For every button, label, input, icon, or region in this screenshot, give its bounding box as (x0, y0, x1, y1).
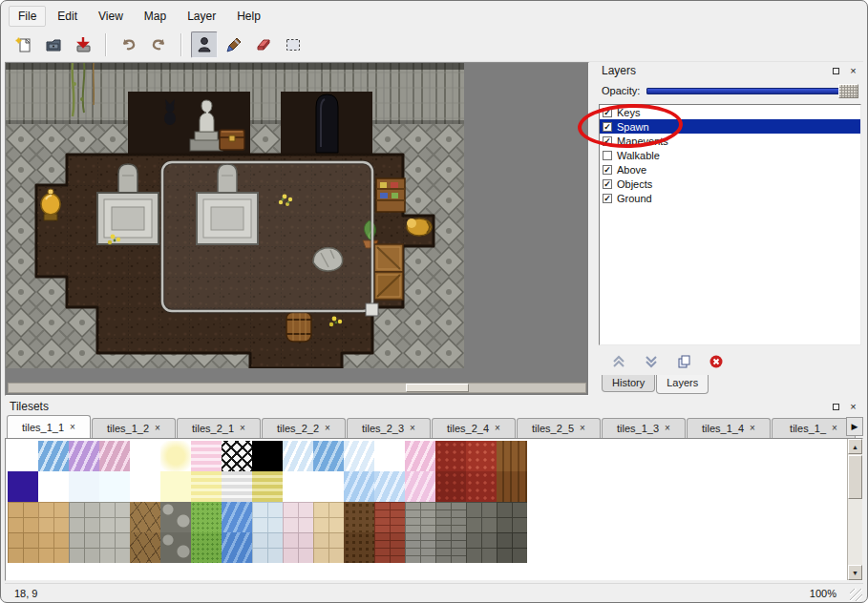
tileset-vertical-scrollbar[interactable]: ▲ ▼ (847, 439, 862, 580)
tileset-tile[interactable] (405, 532, 435, 563)
layer-row-keys[interactable]: ✓Keys (600, 105, 860, 119)
dock-tab-layers[interactable]: Layers (656, 375, 709, 394)
tileset-tile[interactable] (313, 441, 344, 471)
layer-visibility-checkbox[interactable] (603, 151, 612, 160)
float-dock-button[interactable] (829, 400, 843, 414)
layer-row-spawn[interactable]: ✓Spawn (600, 119, 860, 134)
menu-view[interactable]: View (89, 6, 133, 27)
undo-button[interactable] (116, 31, 142, 58)
tileset-tile[interactable] (497, 532, 527, 563)
opacity-slider[interactable] (646, 84, 858, 98)
new-file-button[interactable] (11, 31, 37, 58)
open-button[interactable] (40, 31, 67, 58)
tileset-tile[interactable] (160, 532, 191, 563)
layer-visibility-checkbox[interactable]: ✓ (603, 165, 612, 175)
tileset-tile[interactable] (405, 471, 435, 502)
close-tab-icon[interactable]: × (155, 424, 160, 433)
tileset-tile[interactable] (38, 441, 69, 471)
menu-layer[interactable]: Layer (178, 6, 225, 27)
tileset-tile[interactable] (283, 441, 313, 471)
tileset-tile[interactable] (222, 502, 252, 532)
tileset-tile[interactable] (344, 532, 374, 563)
layer-visibility-checkbox[interactable]: ✓ (603, 108, 612, 117)
close-dock-button[interactable]: × (846, 400, 860, 414)
close-tab-icon[interactable]: × (325, 424, 330, 433)
tileset-tab-tiles_1_4[interactable]: tiles_1_4× (687, 418, 771, 438)
tileset-tile[interactable] (466, 502, 497, 532)
layer-visibility-checkbox[interactable]: ✓ (603, 136, 612, 146)
tileset-tile[interactable] (160, 441, 191, 471)
tileset-tile[interactable] (8, 502, 38, 532)
tileset-tab-tiles_1_[interactable]: tiles_1_× (772, 418, 856, 438)
tileset-tile[interactable] (69, 441, 99, 471)
save-button[interactable] (70, 31, 96, 58)
tileset-tile[interactable] (69, 502, 99, 532)
lower-layer-button[interactable] (641, 352, 662, 371)
tileset-tile[interactable] (130, 532, 160, 563)
tileset-tile[interactable] (344, 502, 374, 532)
eraser-tool-button[interactable] (250, 31, 277, 58)
scroll-down-button[interactable]: ▼ (848, 565, 862, 580)
opacity-slider-handle[interactable] (838, 84, 858, 98)
tileset-tile[interactable] (38, 532, 69, 563)
tileset-tab-tiles_2_1[interactable]: tiles_2_1× (177, 418, 261, 438)
layer-visibility-checkbox[interactable]: ✓ (603, 194, 612, 203)
tileset-tab-tiles_2_3[interactable]: tiles_2_3× (347, 418, 431, 438)
tileset-tile[interactable] (466, 532, 497, 563)
tileset-tile[interactable] (283, 471, 313, 502)
layer-row-walkable[interactable]: Walkable (600, 148, 860, 162)
close-tab-icon[interactable]: × (70, 423, 75, 432)
tileset-tile[interactable] (130, 471, 160, 502)
layer-row-mapevents[interactable]: ✓Mapevents (600, 134, 860, 148)
tileset-tile[interactable] (191, 502, 222, 532)
scroll-tabs-right-button[interactable]: ▶ (846, 417, 863, 436)
tileset-tile[interactable] (222, 532, 252, 563)
tileset-tile[interactable] (374, 532, 405, 563)
tileset-tile[interactable] (191, 532, 222, 563)
tileset-tab-tiles_2_5[interactable]: tiles_2_5× (517, 418, 601, 438)
tileset-tile[interactable] (99, 532, 130, 563)
tileset-tile[interactable] (374, 471, 405, 502)
selection-resize-handle[interactable] (366, 303, 378, 316)
menu-help[interactable]: Help (227, 6, 270, 27)
tileset-tile[interactable] (191, 471, 222, 502)
tileset-tile[interactable] (69, 471, 99, 502)
tileset-tile[interactable] (222, 471, 252, 502)
close-tab-icon[interactable]: × (665, 424, 670, 433)
layer-row-objects[interactable]: ✓Objects (600, 177, 860, 191)
tileset-tile[interactable] (313, 532, 344, 563)
tileset-tile[interactable] (374, 441, 405, 471)
tileset-tile[interactable] (435, 502, 466, 532)
layer-row-ground[interactable]: ✓Ground (600, 191, 860, 205)
tileset-tile[interactable] (435, 532, 466, 563)
selection-tool-button[interactable] (280, 31, 307, 58)
tileset-tile[interactable] (191, 441, 222, 471)
tileset-tile[interactable] (252, 502, 283, 532)
close-tab-icon[interactable]: × (240, 424, 245, 433)
tileset-tile[interactable] (160, 502, 191, 532)
tileset-tile[interactable] (8, 471, 38, 502)
tileset-tab-tiles_1_3[interactable]: tiles_1_3× (602, 418, 686, 438)
scrollbar-thumb[interactable] (848, 455, 862, 499)
tileset-tile[interactable] (222, 441, 252, 471)
menu-map[interactable]: Map (135, 6, 176, 27)
menu-file[interactable]: File (9, 6, 46, 27)
close-dock-button[interactable]: × (846, 64, 860, 78)
resize-grip-icon[interactable] (850, 589, 862, 601)
map-canvas[interactable] (6, 63, 464, 368)
tileset-tile[interactable] (252, 471, 283, 502)
float-dock-button[interactable] (829, 64, 843, 78)
tileset-tile[interactable] (374, 502, 405, 532)
tileset-tile[interactable] (99, 502, 130, 532)
tileset-tile[interactable] (99, 471, 130, 502)
map-selection[interactable] (162, 162, 378, 316)
close-tab-icon[interactable]: × (495, 424, 500, 433)
delete-layer-button[interactable] (706, 352, 727, 371)
scrollbar-thumb[interactable] (406, 384, 469, 392)
tileset-tab-tiles_1_1[interactable]: tiles_1_1× (7, 415, 91, 438)
tileset-tile[interactable] (466, 441, 497, 471)
layer-visibility-checkbox[interactable]: ✓ (603, 179, 612, 189)
map-horizontal-scrollbar[interactable] (8, 383, 586, 393)
tileset-tile[interactable] (8, 532, 38, 563)
tileset-tile[interactable] (69, 532, 99, 563)
